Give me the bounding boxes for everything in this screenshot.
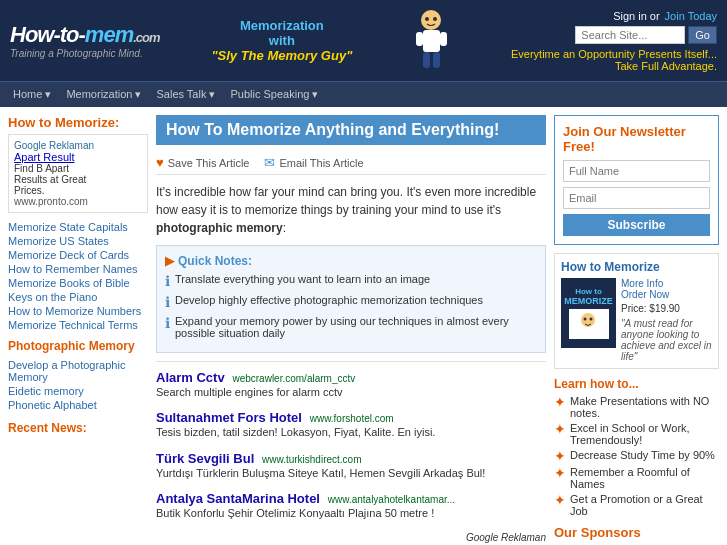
sidebar-links2: Develop a Photographic MemoryEidetic mem… <box>8 359 148 411</box>
book-cover-title: MEMORIZE <box>564 296 613 306</box>
qn-text: Translate everything you want to learn i… <box>175 273 430 285</box>
svg-rect-1 <box>423 30 440 52</box>
ad-desc3: Prices. <box>14 185 142 196</box>
sidebar-link-item[interactable]: Memorize Books of Bible <box>8 277 148 289</box>
sidebar-left-title: How to Memorize: <box>8 115 148 130</box>
logo-memorize: mem.com <box>85 22 160 47</box>
sidebar-link2-item[interactable]: Eidetic memory <box>8 385 148 397</box>
ad-entry-desc: Search multiple engines for alarm cctv <box>156 385 546 400</box>
ad-link[interactable]: Apart Result <box>14 151 75 163</box>
save-article-btn[interactable]: ♥ Save This Article <box>156 155 249 170</box>
sidebar-link-item[interactable]: How to Remember Names <box>8 263 148 275</box>
subscribe-button[interactable]: Subscribe <box>563 214 710 236</box>
learn-title: Learn how to... <box>554 377 719 391</box>
sidebar-link-item[interactable]: How to Memorize Numbers <box>8 305 148 317</box>
nav-home[interactable]: Home ▾ <box>8 86 56 103</box>
nav-public-speaking[interactable]: Public Speaking ▾ <box>225 86 323 103</box>
sidebar-link-item[interactable]: Memorize Technical Terms <box>8 319 148 331</box>
book-promo: How to Memorize How to MEMORIZE <box>554 253 719 369</box>
email-article-btn[interactable]: ✉ Email This Article <box>264 155 363 170</box>
learn-bullet-icon: ✦ <box>554 466 566 480</box>
search-input[interactable] <box>575 26 685 44</box>
ad-entry-url: www.antalyahotelkantamar... <box>325 494 455 505</box>
logo-how: How-to- <box>10 22 85 47</box>
content-body: It's incredible how far your mind can br… <box>156 183 546 237</box>
learn-item-text: Get a Promotion or a Great Job <box>570 493 719 517</box>
book-promo-title: How to Memorize <box>561 260 712 274</box>
go-button[interactable]: Go <box>688 26 717 44</box>
search-area: Go <box>575 26 717 44</box>
newsletter-title: Join Our Newsletter Free! <box>563 124 710 154</box>
learn-item: ✦Decrease Study Time by 90% <box>554 449 719 463</box>
ad-entry-link[interactable]: Sultanahmet Fors Hotel <box>156 410 302 425</box>
sidebar-link2-item[interactable]: Phonetic Alphabet <box>8 399 148 411</box>
ad-entry-link[interactable]: Antalya SantaMarina Hotel <box>156 491 320 506</box>
ad-url: www.pronto.com <box>14 196 142 207</box>
main: How to Memorize: Google Reklaman Apart R… <box>0 107 727 545</box>
full-name-input[interactable] <box>563 160 710 182</box>
bookmark-icon: ✉ <box>264 155 275 170</box>
quick-notes-list: ℹTranslate everything you want to learn … <box>165 273 537 339</box>
quick-notes: ▶ Quick Notes: ℹTranslate everything you… <box>156 245 546 353</box>
logo-mem: mem <box>85 22 133 47</box>
mascot-svg <box>409 8 454 73</box>
logo-subtitle: Training a Photographic Mind. <box>10 48 160 59</box>
header-slogan: "Sly The Memory Guy" <box>211 48 352 63</box>
ad-entry-link[interactable]: Alarm Cctv <box>156 370 225 385</box>
ad-entry-url: webcrawler.com/alarm_cctv <box>230 373 356 384</box>
recent-news-title: Recent News: <box>8 421 148 435</box>
sidebar-link2-item[interactable]: Develop a Photographic Memory <box>8 359 148 383</box>
svg-point-6 <box>425 17 429 21</box>
arrow-icon: ▶ <box>165 254 174 268</box>
learn-item-text: Make Presentations with NO notes. <box>570 395 719 419</box>
body-p1: It's incredible how far your mind can br… <box>156 185 536 217</box>
learn-items-list: ✦Make Presentations with NO notes.✦Excel… <box>554 395 719 517</box>
tagline: Everytime an Opportunity Presents Itself… <box>511 48 717 72</box>
book-cover: How to MEMORIZE <box>561 278 616 348</box>
ad-entry-link[interactable]: Türk Sevgili Bul <box>156 451 254 466</box>
sidebar-link-item[interactable]: Memorize Deck of Cards <box>8 249 148 261</box>
sponsors-title: Our Sponsors <box>554 525 719 540</box>
nav-memorization[interactable]: Memorization ▾ <box>61 86 146 103</box>
svg-rect-2 <box>416 32 423 46</box>
learn-bullet-icon: ✦ <box>554 395 566 409</box>
book-img-svg <box>571 310 606 338</box>
quick-notes-title: ▶ Quick Notes: <box>165 254 537 268</box>
book-cover-img <box>569 309 609 339</box>
ad-entry-url: www.turkishdirect.com <box>259 454 361 465</box>
learn-bullet-icon: ✦ <box>554 422 566 436</box>
sidebar-link-item[interactable]: Memorize State Capitals <box>8 221 148 233</box>
join-link[interactable]: Join Today <box>665 10 717 22</box>
sidebar-link-item[interactable]: Keys on the Piano <box>8 291 148 303</box>
learn-item: ✦Make Presentations with NO notes. <box>554 395 719 419</box>
header-right: Sign in or Join Today Go Everytime an Op… <box>511 10 717 72</box>
nav-sales-talk[interactable]: Sales Talk ▾ <box>151 86 220 103</box>
ad-entry: Türk Sevgili Bul www.turkishdirect.comYu… <box>156 451 546 481</box>
ad-block: Alarm Cctv webcrawler.com/alarm_cctvSear… <box>156 361 546 522</box>
article-actions: ♥ Save This Article ✉ Email This Article <box>156 151 546 175</box>
email-input[interactable] <box>563 187 710 209</box>
learn-item: ✦Get a Promotion or a Great Job <box>554 493 719 517</box>
sign-in-text: Sign in or <box>613 10 659 22</box>
book-more-info-link[interactable]: More Info <box>621 278 712 289</box>
nav: Home ▾ Memorization ▾ Sales Talk ▾ Publi… <box>0 81 727 107</box>
svg-point-7 <box>433 17 437 21</box>
ad-label: Google Reklaman <box>14 140 142 151</box>
learn-item-text: Excel in School or Work, Tremendously! <box>570 422 719 446</box>
sidebar-ad: Google Reklaman Apart Result Find B Apar… <box>8 134 148 213</box>
main-content: How To Memorize Anything and Everything!… <box>156 115 546 543</box>
body-p1-end: : <box>283 221 286 235</box>
svg-rect-5 <box>433 52 440 68</box>
qn-text: Expand your memory power by using our te… <box>175 315 537 339</box>
sidebar-links: Memorize State CapitalsMemorize US State… <box>8 221 148 331</box>
book-promo-inner: How to MEMORIZE More Info Order Now <box>561 278 712 362</box>
ad-entry-desc: Tesis bizden, tatil sizden! Lokasyon, Fi… <box>156 425 546 440</box>
logo: How-to-mem.com <box>10 22 160 48</box>
ad-entry: Alarm Cctv webcrawler.com/alarm_cctvSear… <box>156 370 546 400</box>
svg-point-9 <box>584 318 587 321</box>
book-order-link[interactable]: Order Now <box>621 289 712 300</box>
body-bold: photographic memory <box>156 221 283 235</box>
ad-entry-url: www.forshotel.com <box>307 413 394 424</box>
newsletter-box: Join Our Newsletter Free! Subscribe <box>554 115 719 245</box>
sidebar-link-item[interactable]: Memorize US States <box>8 235 148 247</box>
